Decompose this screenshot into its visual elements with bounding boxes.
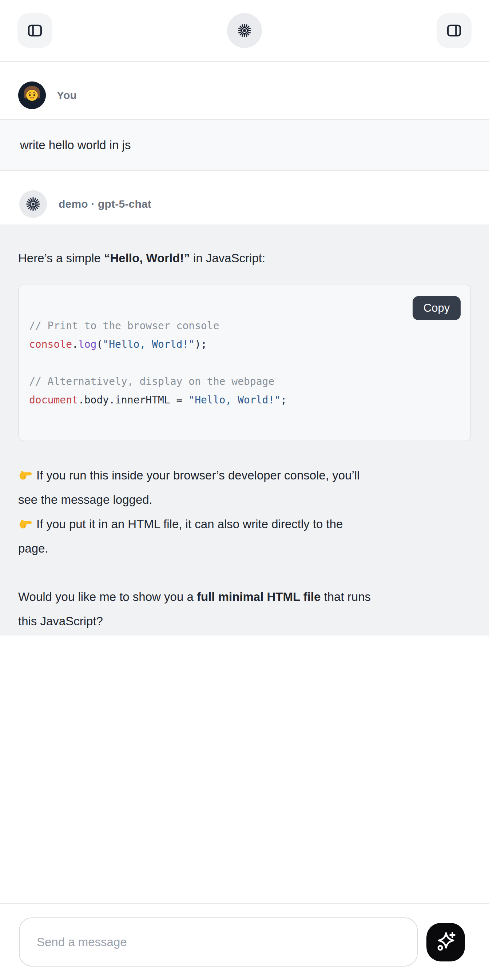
send-button[interactable] xyxy=(427,923,465,961)
user-message-header: You xyxy=(0,62,489,119)
panel-left-icon xyxy=(27,22,43,39)
starburst-icon xyxy=(236,22,253,38)
copy-button[interactable]: Copy xyxy=(413,296,460,320)
code-token: log xyxy=(78,338,97,350)
sidebar-toggle-button[interactable] xyxy=(18,13,53,48)
tip-text: If you run this inside your browser’s de… xyxy=(18,469,360,506)
intro-text: Here’s a simple xyxy=(18,251,104,265)
tips-paragraph: If you run this inside your browser’s de… xyxy=(18,463,471,561)
question-text: Would you like me to show you a xyxy=(18,590,197,603)
user-message-text: write hello world in js xyxy=(20,138,131,152)
user-sender-label: You xyxy=(57,89,77,102)
tip-text: If you put it in an HTML file, it can al… xyxy=(18,517,343,555)
assistant-message-header: demo · gpt-5-chat xyxy=(0,171,489,224)
assistant-message-body: Here’s a simple “Hello, World!” in JavaS… xyxy=(0,224,489,635)
sparkle-icon xyxy=(434,930,457,954)
code-token: .body.innerHTML = xyxy=(78,394,188,406)
user-avatar xyxy=(18,81,46,109)
user-message-body: write hello world in js xyxy=(0,119,489,171)
code-comment: // Alternatively, display on the webpage xyxy=(29,375,274,387)
code-block: Copy // Print to the browser console con… xyxy=(18,284,471,441)
code-token: . xyxy=(72,338,78,350)
model-button[interactable] xyxy=(227,13,262,48)
code-token: ; xyxy=(280,394,287,406)
assistant-sender-label: demo · gpt-5-chat xyxy=(59,198,151,210)
chat-app: You write hello world in js demo · gpt-5… xyxy=(0,0,489,980)
message-input[interactable] xyxy=(19,918,418,967)
code-token: "Hello, World!" xyxy=(188,394,280,406)
assistant-message: demo · gpt-5-chat Here’s a simple “Hello… xyxy=(0,171,489,635)
intro-bold-text: “Hello, World!” xyxy=(104,251,190,265)
code-content: // Print to the browser console console.… xyxy=(19,285,470,441)
question-bold-text: full minimal HTML file xyxy=(197,590,320,603)
code-token: document xyxy=(29,394,78,406)
point-right-icon xyxy=(18,516,33,531)
question-paragraph: Would you like me to show you a full min… xyxy=(18,585,471,633)
panel-right-icon xyxy=(446,22,462,39)
code-token: console xyxy=(29,338,72,350)
user-message: You write hello world in js xyxy=(0,62,489,171)
chat-scroll-area[interactable]: You write hello world in js demo · gpt-5… xyxy=(0,62,489,903)
top-bar xyxy=(0,0,489,62)
intro-text-after: in JavaScript: xyxy=(190,251,265,265)
code-token: ); xyxy=(195,338,207,350)
composer-bar xyxy=(0,903,489,980)
code-comment: // Print to the browser console xyxy=(29,320,220,332)
code-token: ( xyxy=(96,338,103,350)
assistant-avatar-starburst-icon xyxy=(19,190,47,218)
panel-toggle-button[interactable] xyxy=(436,13,471,48)
point-right-icon xyxy=(18,468,33,482)
code-token: "Hello, World!" xyxy=(103,338,195,350)
intro-paragraph: Here’s a simple “Hello, World!” in JavaS… xyxy=(18,246,471,270)
